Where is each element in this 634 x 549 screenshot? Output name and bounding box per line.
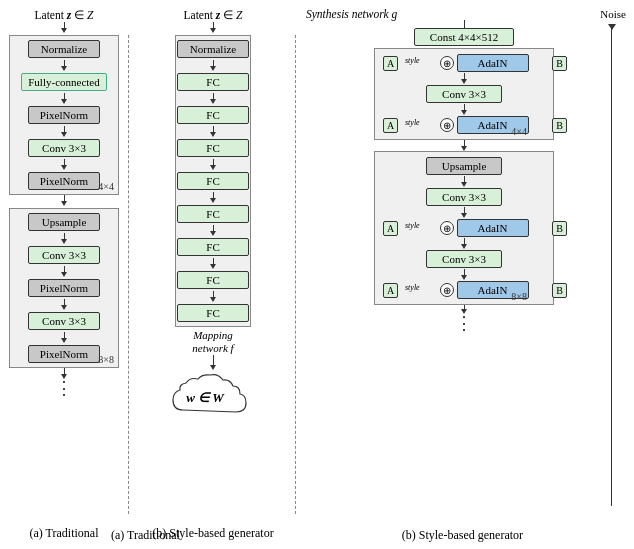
- synthesis-main: Const 4×4×512 A style ⊕ AdaIN B: [298, 20, 630, 332]
- style-label-4: style: [405, 283, 420, 292]
- plus-circle-2: ⊕: [440, 118, 454, 132]
- trad-arrow-8: [61, 266, 67, 277]
- synthesis-column: Synthesis network g Noise Const 4×4×512 …: [298, 8, 630, 541]
- traditional-column: Latent z ∈ Z Normalize Fully-connected P…: [4, 8, 124, 541]
- cloud-svg: w ∈ W: [168, 370, 258, 425]
- trad-pixelnorm-2-box: PixelNorm: [28, 172, 100, 190]
- synth-conv-3: Conv 3×3: [426, 250, 502, 268]
- style-caption-bottom: (b) Style-based generator: [402, 528, 523, 543]
- synth-group-4x4: A style ⊕ AdaIN B Conv 3×3: [374, 48, 554, 140]
- mapping-arrow-1: [210, 22, 216, 33]
- mapping-fc-3: FC: [177, 139, 249, 157]
- noise-label: Noise: [600, 8, 626, 20]
- separator-1: [128, 35, 129, 515]
- mapping-label: Mappingnetwork f: [192, 329, 233, 355]
- trad-arrow-4: [61, 126, 67, 137]
- synth-conv-2: Conv 3×3: [426, 188, 502, 206]
- mapping-group: Normalize FC FC FC FC FC FC FC FC: [175, 35, 251, 327]
- synth-B-2: B: [552, 118, 567, 133]
- synth-A-3: A: [383, 221, 398, 236]
- synth-B-3: B: [552, 221, 567, 236]
- trad-latent-label: Latent z ∈ Z: [35, 8, 94, 22]
- style-label-2: style: [405, 118, 420, 127]
- synthesis-blocks: Const 4×4×512 A style ⊕ AdaIN B: [364, 20, 564, 332]
- noise-vertical-line: [611, 26, 612, 506]
- synth-A-2: A: [383, 118, 398, 133]
- trad-group-4x4: Normalize Fully-connected PixelNorm Conv…: [9, 35, 119, 195]
- trad-conv-2-box: Conv 3×3: [28, 246, 100, 264]
- svg-text:w ∈ W: w ∈ W: [186, 390, 225, 405]
- mapping-normalize-box: Normalize: [177, 40, 249, 58]
- trad-size-8x8: 8×8: [98, 354, 114, 365]
- style-label-1: style: [405, 56, 420, 65]
- plus-circle-4: ⊕: [440, 283, 454, 297]
- trad-normalize-box: Normalize: [28, 40, 100, 58]
- trad-arrow-7: [61, 233, 67, 244]
- bottom-captions: (a) Traditional (b) Style-based generato…: [0, 528, 634, 543]
- synth-const-box: Const 4×4×512: [414, 28, 514, 46]
- trad-arrow-9: [61, 299, 67, 310]
- synth-B-4: B: [552, 283, 567, 298]
- synth-upsample-box: Upsample: [426, 157, 502, 175]
- synth-adain-row-3: A style ⊕ AdaIN B: [383, 219, 545, 237]
- mapping-arrow-to-cloud: [210, 355, 216, 370]
- synth-A-4: A: [383, 283, 398, 298]
- synthesis-title: Synthesis network g: [306, 8, 397, 20]
- trad-arrow-10: [61, 332, 67, 343]
- mapping-fc-8: FC: [177, 304, 249, 322]
- separator-2: [295, 35, 296, 515]
- trad-arrow-6: [61, 195, 67, 206]
- plus-circle-3: ⊕: [440, 221, 454, 235]
- trad-arrow-2: [61, 60, 67, 71]
- trad-caption-bottom: (a) Traditional: [111, 528, 180, 543]
- trad-arrow-3: [61, 93, 67, 104]
- trad-pixelnorm-1-box: PixelNorm: [28, 106, 100, 124]
- mapping-column: Latent z ∈ Z Normalize FC FC FC FC FC FC: [133, 8, 293, 541]
- trad-group-8x8: Upsample Conv 3×3 PixelNorm Conv 3×3 Pix…: [9, 208, 119, 368]
- mapping-cloud: w ∈ W: [168, 370, 258, 425]
- mapping-fc-4: FC: [177, 172, 249, 190]
- trad-conv-3-box: Conv 3×3: [28, 312, 100, 330]
- synthesis-header: Synthesis network g Noise: [298, 8, 630, 20]
- synth-B-1: B: [552, 56, 567, 71]
- mapping-fc-1: FC: [177, 73, 249, 91]
- trad-pixelnorm-3-box: PixelNorm: [28, 279, 100, 297]
- synth-A-1: A: [383, 56, 398, 71]
- mapping-fc-2: FC: [177, 106, 249, 124]
- trad-conv-1-box: Conv 3×3: [28, 139, 100, 157]
- mapping-fc-6: FC: [177, 238, 249, 256]
- mapping-fc-7: FC: [177, 271, 249, 289]
- diagram-container: Latent z ∈ Z Normalize Fully-connected P…: [0, 0, 634, 549]
- synth-size-8x8: 8×8: [511, 291, 527, 302]
- style-label-3: style: [405, 221, 420, 230]
- trad-fc-box: Fully-connected: [21, 73, 106, 91]
- trad-upsample-box: Upsample: [28, 213, 100, 231]
- mapping-fc-5: FC: [177, 205, 249, 223]
- synth-conv-1: Conv 3×3: [426, 85, 502, 103]
- synth-adain-row-1: A style ⊕ AdaIN B: [383, 54, 545, 72]
- synth-size-4x4: 4×4: [511, 126, 527, 137]
- noise-arrow-top: [608, 24, 616, 30]
- trad-size-4x4: 4×4: [98, 181, 114, 192]
- synth-group-8x8: Upsample Conv 3×3 A style ⊕ AdaIN B: [374, 151, 554, 305]
- trad-dots: ⋮: [55, 379, 73, 397]
- synth-adain-1: AdaIN: [457, 54, 529, 72]
- trad-arrow-5: [61, 159, 67, 170]
- synth-adain-3: AdaIN: [457, 219, 529, 237]
- trad-pixelnorm-4-box: PixelNorm: [28, 345, 100, 363]
- trad-arrow-1: [61, 22, 67, 33]
- mapping-latent-label: Latent z ∈ Z: [184, 8, 243, 22]
- plus-circle-1: ⊕: [440, 56, 454, 70]
- synth-dots: ⋮: [455, 314, 473, 332]
